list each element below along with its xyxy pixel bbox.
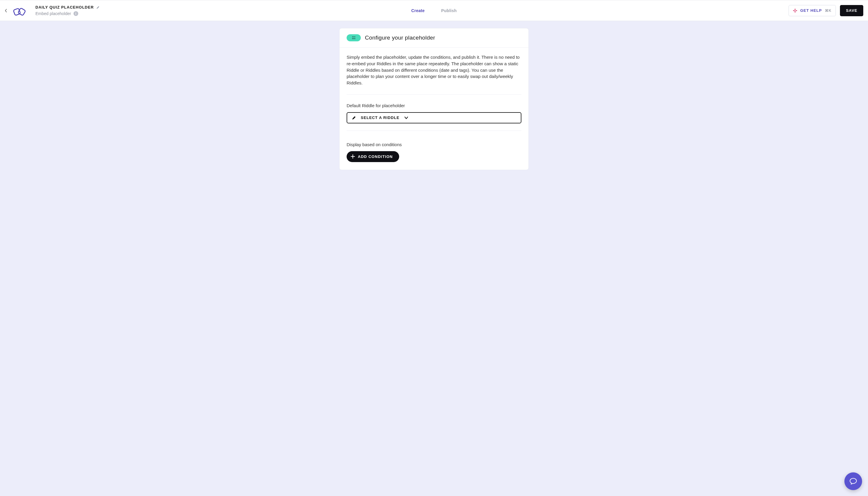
default-riddle-label: Default Riddle for placeholder	[346, 103, 522, 108]
chat-fab[interactable]	[844, 472, 862, 490]
card-description: Simply embed the placeholder, update the…	[346, 54, 522, 86]
header-right: GET HELP ⌘K SAVE	[789, 5, 863, 16]
page-title: DAILY QUIZ PLACEHOLDER	[35, 5, 94, 10]
card-header: Configure your placeholder	[340, 28, 528, 48]
add-condition-button[interactable]: ADD CONDITION	[346, 151, 399, 162]
title-row: DAILY QUIZ PLACEHOLDER	[35, 5, 100, 10]
page-subtitle: Embed placeholder	[35, 11, 71, 16]
riddle-logo-icon	[12, 5, 27, 17]
drag-handle-pill[interactable]	[346, 34, 361, 41]
select-riddle-label: SELECT A RIDDLE	[361, 115, 400, 120]
get-help-shortcut: ⌘K	[825, 9, 832, 13]
svg-point-2	[352, 36, 353, 37]
tab-publish[interactable]: Publish	[441, 8, 457, 13]
get-help-button[interactable]: GET HELP ⌘K	[789, 5, 836, 16]
back-button[interactable]	[2, 7, 10, 14]
divider	[346, 94, 522, 95]
divider	[346, 130, 522, 131]
header-left: DAILY QUIZ PLACEHOLDER Embed placeholder…	[2, 3, 100, 18]
svg-point-5	[352, 38, 353, 39]
info-icon[interactable]: i	[74, 11, 78, 16]
header-tabs: Create Publish	[411, 0, 457, 21]
card-title: Configure your placeholder	[365, 34, 435, 41]
subtitle-row: Embed placeholder i	[35, 11, 100, 16]
chat-icon	[849, 477, 857, 485]
tab-create[interactable]: Create	[411, 8, 424, 13]
svg-point-7	[355, 38, 355, 39]
svg-point-4	[355, 36, 355, 37]
app-header: DAILY QUIZ PLACEHOLDER Embed placeholder…	[0, 0, 868, 21]
svg-point-3	[353, 36, 354, 37]
pencil-icon	[352, 116, 356, 120]
title-block: DAILY QUIZ PLACEHOLDER Embed placeholder…	[35, 5, 100, 16]
chevron-left-icon	[4, 9, 7, 13]
get-help-label: GET HELP	[800, 8, 822, 13]
plus-icon	[351, 154, 355, 158]
card-body: Simply embed the placeholder, update the…	[340, 48, 528, 170]
conditions-label: Display based on conditions	[346, 142, 522, 147]
app-logo[interactable]	[12, 3, 27, 18]
sparkle-icon	[793, 9, 797, 13]
select-riddle-dropdown[interactable]: SELECT A RIDDLE	[346, 112, 522, 123]
svg-point-6	[353, 38, 354, 39]
edit-title-button[interactable]	[96, 5, 100, 9]
add-condition-label: ADD CONDITION	[358, 154, 393, 159]
pencil-icon	[96, 5, 100, 9]
main-content: Configure your placeholder Simply embed …	[0, 21, 868, 182]
chevron-down-icon	[404, 116, 408, 119]
drag-handle-icon	[352, 36, 355, 39]
save-button[interactable]: SAVE	[840, 5, 863, 16]
config-card: Configure your placeholder Simply embed …	[339, 28, 529, 170]
